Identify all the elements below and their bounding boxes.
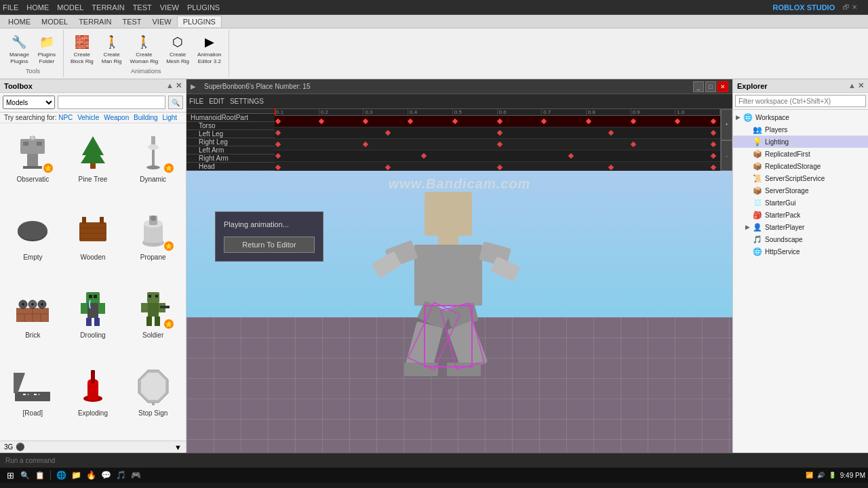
tool-empty[interactable]: Empty [4, 205, 62, 281]
taskbar-roblox[interactable]: 🎮 [130, 469, 142, 481]
anim-menu-edit[interactable]: EDIT [209, 98, 224, 105]
tool-brick[interactable]: Brick [4, 283, 62, 359]
create-mesh-rig-button[interactable]: ⬡ Create Mesh Rig [163, 31, 192, 66]
tree-players[interactable]: 👥 Players [733, 123, 868, 136]
menu-file[interactable]: FILE [3, 3, 18, 12]
taskbar-chat[interactable]: 💬 [100, 469, 112, 481]
tree-starter-pack[interactable]: 🎒 StarterPack [733, 209, 868, 221]
kf-root-4 [408, 119, 413, 124]
popup-text: Playing animation... [224, 220, 315, 228]
menu-test[interactable]: TEST [133, 3, 152, 12]
tab-view[interactable]: VIEW [147, 16, 177, 27]
toolbox-title: Toolbox [4, 82, 33, 90]
tool-observatic[interactable]: ⭐ Observatic [4, 127, 62, 203]
window-controls[interactable]: 🗗 ✕ [843, 3, 857, 11]
tree-replicated-storage[interactable]: 📦 ReplicatedStorage [733, 160, 868, 172]
kf-torso-5 [711, 130, 716, 136]
tree-server-storage[interactable]: 📦 ServerStorage [733, 184, 868, 197]
tool-pine-tree[interactable]: Pine Tree [64, 127, 122, 203]
svg-rect-39 [86, 292, 100, 304]
svg-rect-48 [149, 295, 151, 298]
tl-label-root: HumanoidRootPart [186, 114, 275, 122]
timeline-labels: HumanoidRootPart Torso Left Leg Right Le… [186, 109, 275, 171]
anim-editor-label: Animation Editor 3.2 [197, 52, 222, 64]
tool-exploding[interactable]: Exploding [64, 361, 122, 436]
viewport-3d[interactable]: www.Bandicam.com [186, 171, 732, 453]
menu-model[interactable]: MODEL [57, 3, 83, 12]
tl-scroll-up[interactable]: + [721, 109, 732, 140]
anim-menu-file[interactable]: FILE [189, 98, 203, 105]
taskbar-volume: 🔊 [817, 472, 825, 479]
svg-point-3 [31, 136, 35, 140]
tree-replicated-first[interactable]: 📦 ReplicatedFirst [733, 148, 868, 160]
tree-starter-player[interactable]: ▶ 👤 StarterPlayer [733, 221, 868, 233]
svg-rect-64 [91, 370, 95, 374]
kf-torso-4 [608, 130, 614, 136]
tree-soundscape[interactable]: 🎵 Soundscape [733, 233, 868, 245]
menu-plugins[interactable]: PLUGINS [187, 3, 220, 12]
anim-menu-settings[interactable]: SETTINGS [230, 98, 264, 105]
explorer-filter-input[interactable] [735, 95, 866, 107]
suggest-building[interactable]: Building [134, 114, 158, 121]
suggest-light[interactable]: Light [162, 114, 177, 121]
anim-maximize-btn[interactable]: □ [705, 81, 716, 92]
suggest-npc[interactable]: NPC [58, 114, 73, 121]
tree-workspace[interactable]: ▶ 🌐 Workspace [733, 111, 868, 123]
kf-root-2 [318, 119, 323, 124]
anim-minimize-btn[interactable]: _ [693, 81, 704, 92]
tool-dynamic[interactable]: ⭐ Dynamic [124, 127, 182, 203]
menu-terrain[interactable]: TERRAIN [92, 3, 124, 12]
svg-rect-53 [146, 317, 152, 326]
taskbar-start[interactable]: ⊞ [4, 469, 16, 481]
tab-plugins[interactable]: PLUGINS [177, 16, 222, 27]
rf-icon: 📦 [752, 150, 763, 159]
workspace-icon: 🌐 [743, 113, 753, 122]
return-to-editor-button[interactable]: Return To Editor [224, 237, 315, 253]
create-man-rig-button[interactable]: 🚶 Create Man Rig [99, 31, 125, 66]
taskbar-search[interactable]: 🔍 [19, 469, 31, 481]
tree-http-service[interactable]: 🌐 HttpService [733, 245, 868, 258]
explorer-controls[interactable]: ▲ ✕ [848, 81, 864, 90]
taskbar-taskview[interactable]: 📋 [34, 469, 46, 481]
anim-close-btn[interactable]: ✕ [717, 81, 728, 92]
plugins-folder-button[interactable]: 📁 Plugins Folder [35, 31, 59, 66]
tracks-area[interactable] [275, 116, 720, 171]
tool-stop-sign[interactable]: Stop Sign [124, 361, 182, 436]
tool-soldier[interactable]: ⭐ Soldier [124, 283, 182, 359]
create-woman-rig-button[interactable]: 🚶 Create Woman Rig [127, 31, 161, 66]
toolbox-search-input[interactable] [58, 96, 165, 109]
command-input[interactable] [5, 457, 863, 464]
menu-home[interactable]: HOME [26, 3, 49, 12]
tab-model[interactable]: MODEL [36, 16, 73, 27]
tl-scroll-down[interactable]: - [721, 140, 732, 171]
taskbar-browser[interactable]: 🌐 [55, 469, 67, 481]
tool-road[interactable]: [Road] [4, 361, 62, 436]
toolbox-panel: Toolbox ▲ ✕ Models Decals Plugins 🔍 Try … [0, 79, 186, 453]
toolbox-controls[interactable]: ▲ ✕ [166, 81, 182, 90]
tree-lighting[interactable]: 💡 Lighting [733, 136, 868, 148]
suggest-weapon[interactable]: Weapon [104, 114, 129, 121]
taskbar-network: 📶 [806, 472, 813, 479]
taskbar-firefox[interactable]: 🔥 [85, 469, 97, 481]
create-block-rig-button[interactable]: 🧱 Create Block Rig [68, 31, 96, 66]
ss-icon: 📦 [752, 186, 763, 195]
tool-wooden[interactable]: Wooden [64, 205, 122, 281]
toolbox-category-dropdown[interactable]: Models Decals Plugins [3, 96, 55, 109]
scroll-down-btn[interactable]: ▼ [174, 443, 182, 451]
taskbar-explorer[interactable]: 📁 [70, 469, 82, 481]
tab-terrain[interactable]: TERRAIN [73, 16, 117, 27]
tab-test[interactable]: TEST [117, 16, 146, 27]
tool-drooling[interactable]: Drooling [64, 283, 122, 359]
tree-starter-gui[interactable]: 🖼 StarterGui [733, 197, 868, 209]
toolbox-search-button[interactable]: 🔍 [168, 96, 183, 109]
svg-rect-21 [100, 217, 104, 224]
tool-propane[interactable]: ⭐ Propane [124, 205, 182, 281]
menu-view[interactable]: VIEW [160, 3, 179, 12]
tree-server-script[interactable]: 📜 ServerScriptService [733, 172, 868, 184]
taskbar-music[interactable]: 🎵 [115, 469, 127, 481]
animation-editor-button[interactable]: ▶ Animation Editor 3.2 [195, 31, 224, 66]
suggest-vehicle[interactable]: Vehicle [77, 114, 99, 121]
tab-home[interactable]: HOME [3, 16, 36, 27]
svg-rect-56 [15, 392, 50, 401]
manage-plugins-button[interactable]: 🔧 Manage Plugins [7, 31, 32, 66]
